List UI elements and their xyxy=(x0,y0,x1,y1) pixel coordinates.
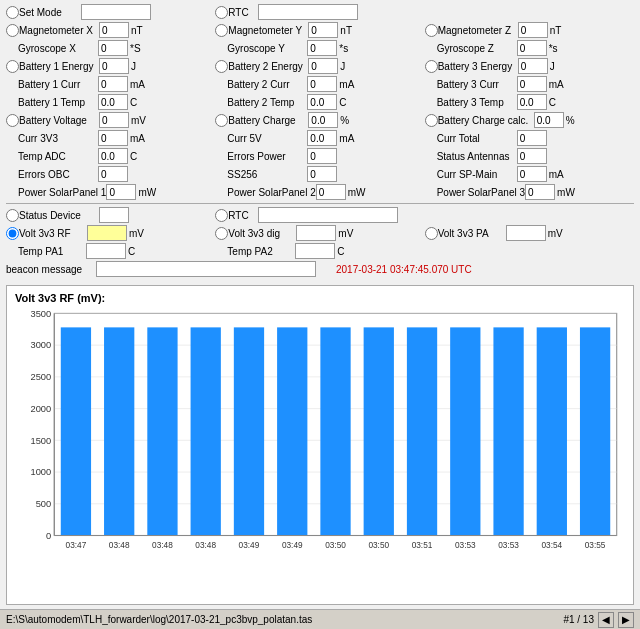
bat-charge-calc-radio[interactable] xyxy=(425,114,438,127)
svg-rect-39 xyxy=(537,327,567,535)
solar-panel-row: Power SolarPanel 1 mW Power SolarPanel 2… xyxy=(6,184,634,200)
svg-text:03:50: 03:50 xyxy=(325,540,346,550)
mag-y-input[interactable] xyxy=(308,22,338,38)
temp-adc-input[interactable] xyxy=(98,148,128,164)
gyro-x-group: Gyroscope X *S xyxy=(6,40,215,56)
curr-sp-main-input[interactable] xyxy=(517,166,547,182)
set-mode-radio[interactable] xyxy=(6,6,19,19)
svg-text:03:53: 03:53 xyxy=(498,540,519,550)
solar1-input[interactable] xyxy=(106,184,136,200)
chart-title: Volt 3v3 RF (mV): xyxy=(15,292,625,304)
separator xyxy=(6,203,634,204)
temp-pa1-input[interactable]: 12.3 xyxy=(86,243,126,259)
bat3-temp-input[interactable] xyxy=(517,94,547,110)
bat-voltage-radio[interactable] xyxy=(6,114,19,127)
bat1-temp-input[interactable] xyxy=(98,94,128,110)
svg-text:3500: 3500 xyxy=(31,308,52,319)
rtc-bottom-input[interactable]: 3/21/2017 3:49:09 AM xyxy=(258,207,398,223)
bat-charge-input[interactable] xyxy=(308,112,338,128)
volt-3v3-dig-radio[interactable] xyxy=(215,227,228,240)
curr-5v-input[interactable] xyxy=(307,130,337,146)
nav-next-button[interactable]: ▶ xyxy=(618,612,634,628)
curr-total-input[interactable] xyxy=(517,130,547,146)
svg-rect-17 xyxy=(61,327,91,535)
status-device-input[interactable]: 3 xyxy=(99,207,129,223)
footer-path: E:\S\automodem\TLH_forwarder\log\2017-03… xyxy=(6,614,312,625)
errors-power-input[interactable] xyxy=(307,148,337,164)
bat3-energy-input[interactable] xyxy=(518,58,548,74)
bat3-curr-input[interactable] xyxy=(517,76,547,92)
bat1-curr-input[interactable] xyxy=(98,76,128,92)
mag-x-radio[interactable] xyxy=(6,24,19,37)
errors-obc-row: Errors OBC SS256 Curr SP-Main mA xyxy=(6,166,634,182)
svg-rect-19 xyxy=(104,327,134,535)
svg-rect-31 xyxy=(364,327,394,535)
bat2-energy-radio[interactable] xyxy=(215,60,228,73)
mag-z-unit: nT xyxy=(550,25,566,36)
temp-adc-row: Temp ADC C Errors Power Status Antennas xyxy=(6,148,634,164)
set-mode-row: Set Mode Postlaunched RTC 1/1/1970 xyxy=(6,4,634,20)
rtc-top-radio[interactable] xyxy=(215,6,228,19)
svg-rect-25 xyxy=(234,327,264,535)
errors-obc-input[interactable] xyxy=(98,166,128,182)
status-device-radio[interactable] xyxy=(6,209,19,222)
svg-text:03:51: 03:51 xyxy=(412,540,433,550)
svg-text:03:55: 03:55 xyxy=(585,540,606,550)
mag-x-input[interactable] xyxy=(99,22,129,38)
mag-z-label: Magnetometer Z xyxy=(438,25,518,36)
bat-charge-radio[interactable] xyxy=(215,114,228,127)
bat2-curr-input[interactable] xyxy=(307,76,337,92)
ss256-input[interactable] xyxy=(307,166,337,182)
beacon-row: beacon message CQ de EM0UKPI QSL via UT4… xyxy=(6,261,634,277)
status-antennas-input[interactable] xyxy=(517,148,547,164)
mag-y-radio[interactable] xyxy=(215,24,228,37)
mag-row: Magnetometer X nT Magnetometer Y nT Magn… xyxy=(6,22,634,38)
volt-3v3-rf-radio[interactable] xyxy=(6,227,19,240)
gyro-y-label: Gyroscope Y xyxy=(227,43,307,54)
beacon-input[interactable]: CQ de EM0UKPI QSL via UT4UZB xyxy=(96,261,316,277)
svg-text:1000: 1000 xyxy=(31,466,52,477)
svg-text:03:48: 03:48 xyxy=(195,540,216,550)
temp-pa2-input[interactable]: 24.0 xyxy=(295,243,335,259)
rtc-top-input[interactable]: 1/1/1970 xyxy=(258,4,358,20)
top-panel: Set Mode Postlaunched RTC 1/1/1970 Magne… xyxy=(0,0,640,281)
bat2-temp-input[interactable] xyxy=(307,94,337,110)
mag-x-unit: nT xyxy=(131,25,147,36)
status-device-label: Status Device xyxy=(19,210,99,221)
rtc-bottom-radio[interactable] xyxy=(215,209,228,222)
status-device-row: Status Device 3 RTC 3/21/2017 3:49:09 AM xyxy=(6,207,634,223)
svg-rect-33 xyxy=(407,327,437,535)
bat1-energy-radio[interactable] xyxy=(6,60,19,73)
bat1-energy-input[interactable] xyxy=(99,58,129,74)
mag-z-radio[interactable] xyxy=(425,24,438,37)
bat2-energy-group: Battery 2 Energy J xyxy=(215,58,424,74)
svg-text:0: 0 xyxy=(46,530,51,541)
mag-x-group: Magnetometer X nT xyxy=(6,22,215,38)
curr-3v3-row: Curr 3V3 mA Curr 5V mA Curr Total xyxy=(6,130,634,146)
nav-prev-button[interactable]: ◀ xyxy=(598,612,614,628)
gyro-y-unit: *s xyxy=(339,43,355,54)
svg-text:03:54: 03:54 xyxy=(541,540,562,550)
svg-text:500: 500 xyxy=(36,498,52,509)
bat2-energy-input[interactable] xyxy=(308,58,338,74)
footer-bar: E:\S\automodem\TLH_forwarder\log\2017-03… xyxy=(0,609,640,629)
svg-text:03:53: 03:53 xyxy=(455,540,476,550)
gyro-x-input[interactable] xyxy=(98,40,128,56)
volt-3v3-rf-input[interactable]: 3283 xyxy=(87,225,127,241)
rtc-bottom-label: RTC xyxy=(228,210,258,221)
bat3-energy-radio[interactable] xyxy=(425,60,438,73)
bat-charge-calc-input[interactable] xyxy=(534,112,564,128)
svg-text:2500: 2500 xyxy=(31,371,52,382)
volt-3v3-pa-input[interactable]: 3369 xyxy=(506,225,546,241)
solar2-input[interactable] xyxy=(316,184,346,200)
gyro-z-input[interactable] xyxy=(517,40,547,56)
set-mode-input[interactable]: Postlaunched xyxy=(81,4,151,20)
bat-voltage-input[interactable] xyxy=(99,112,129,128)
solar3-input[interactable] xyxy=(525,184,555,200)
volt-3v3-rf-label: Volt 3v3 RF xyxy=(19,228,87,239)
volt-3v3-dig-input[interactable]: 3367 xyxy=(296,225,336,241)
volt-3v3-pa-radio[interactable] xyxy=(425,227,438,240)
mag-z-input[interactable] xyxy=(518,22,548,38)
curr-3v3-input[interactable] xyxy=(98,130,128,146)
gyro-y-input[interactable] xyxy=(307,40,337,56)
